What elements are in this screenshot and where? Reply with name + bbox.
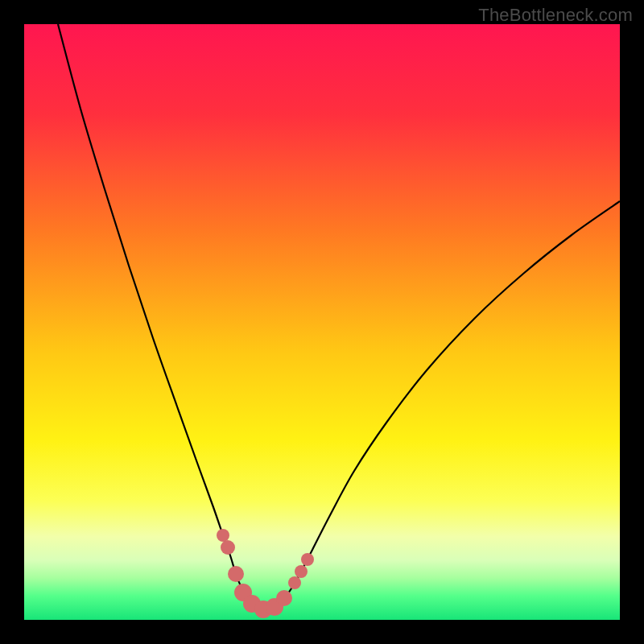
chart-svg: [24, 24, 620, 620]
marker-point: [217, 529, 229, 542]
marker-point: [295, 565, 308, 578]
marker-point: [276, 590, 292, 606]
marker-point: [221, 540, 235, 555]
marker-point: [288, 576, 301, 589]
marker-point: [301, 553, 314, 566]
watermark-text: TheBottleneck.com: [478, 5, 633, 26]
marker-point: [228, 566, 244, 582]
chart-plot-area: [24, 24, 620, 620]
chart-frame: TheBottleneck.com: [0, 0, 644, 644]
